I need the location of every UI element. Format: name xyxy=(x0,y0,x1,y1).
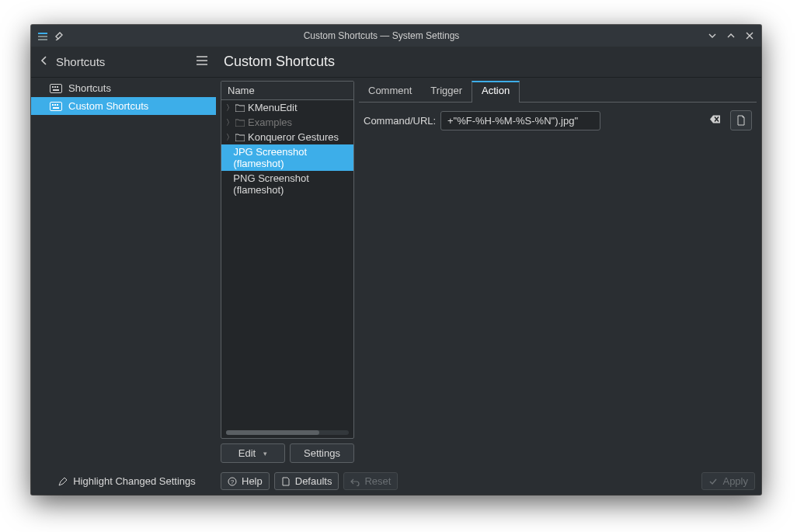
highlight-icon xyxy=(57,476,68,487)
button-label: Defaults xyxy=(295,475,332,487)
maximize-button[interactable] xyxy=(726,30,736,41)
defaults-button[interactable]: Defaults xyxy=(274,472,339,490)
tree-row-label: PNG Screenshot (flameshot) xyxy=(233,172,349,196)
undo-icon xyxy=(350,477,360,486)
browse-file-button[interactable] xyxy=(730,110,752,130)
tree-row-png-screenshot[interactable]: PNG Screenshot (flameshot) xyxy=(221,171,353,197)
edit-dropdown-button[interactable]: Edit ▾ xyxy=(221,443,285,463)
tab-trigger[interactable]: Trigger xyxy=(421,81,472,102)
back-button[interactable] xyxy=(39,55,50,68)
hamburger-menu-button[interactable] xyxy=(196,55,208,68)
settings-button[interactable]: Settings xyxy=(290,443,354,463)
tree-row-kmenuedit[interactable]: 〉 KMenuEdit xyxy=(221,100,353,115)
button-label: Help xyxy=(242,475,263,487)
svg-rect-5 xyxy=(54,86,56,88)
folder-icon xyxy=(235,134,245,141)
tree-row-label: Konqueror Gestures xyxy=(248,131,339,143)
tree-row-konqueror-gestures[interactable]: 〉 Konqueror Gestures xyxy=(221,130,353,144)
tree-row-examples[interactable]: 〉 Examples xyxy=(221,115,353,130)
detail-pane: Comment Trigger Action Command/URL: xyxy=(359,81,757,463)
chevron-right-icon[interactable]: 〉 xyxy=(226,132,232,143)
tree-row-label: KMenuEdit xyxy=(248,102,298,113)
close-button[interactable] xyxy=(744,30,755,41)
file-icon xyxy=(736,115,747,126)
header-bar: Shortcuts Custom Shortcuts xyxy=(31,47,761,78)
folder-icon xyxy=(235,104,245,112)
tree-column-header[interactable]: Name xyxy=(221,82,353,100)
command-url-input[interactable] xyxy=(440,111,600,130)
button-label: Highlight Changed Settings xyxy=(73,475,196,487)
tree-row-label: JPG Screenshot (flameshot) xyxy=(233,146,349,169)
keyboard-icon xyxy=(50,102,62,111)
tab-action[interactable]: Action xyxy=(472,81,520,103)
document-icon xyxy=(281,477,291,486)
help-icon: ? xyxy=(228,477,237,486)
apply-button: Apply xyxy=(701,472,755,490)
app-menu-icon[interactable] xyxy=(37,30,48,41)
svg-rect-10 xyxy=(54,104,56,106)
svg-rect-6 xyxy=(57,86,58,88)
tab-comment[interactable]: Comment xyxy=(359,81,421,102)
tab-bar: Comment Trigger Action xyxy=(359,81,757,103)
command-url-label: Command/URL: xyxy=(364,115,436,127)
window-title: Custom Shortcuts — System Settings xyxy=(64,30,699,41)
svg-rect-3 xyxy=(50,84,62,92)
app-window: Custom Shortcuts — System Settings Short… xyxy=(31,25,761,495)
sidebar-item-custom-shortcuts[interactable]: Custom Shortcuts xyxy=(31,97,216,115)
svg-rect-7 xyxy=(53,89,59,91)
tree-row-label: Examples xyxy=(248,116,292,128)
tree-row-jpg-screenshot[interactable]: JPG Screenshot (flameshot) xyxy=(221,144,353,171)
sidebar: Shortcuts Custom Shortcuts xyxy=(31,78,216,468)
breadcrumb[interactable]: Shortcuts xyxy=(56,55,105,68)
sidebar-item-shortcuts[interactable]: Shortcuts xyxy=(31,79,216,97)
button-label: Apply xyxy=(722,475,748,487)
horizontal-scrollbar[interactable] xyxy=(226,430,349,435)
chevron-right-icon[interactable]: 〉 xyxy=(226,117,232,128)
button-label: Settings xyxy=(304,447,340,459)
button-label: Edit xyxy=(238,447,256,459)
svg-rect-11 xyxy=(57,104,58,106)
pin-icon[interactable] xyxy=(54,31,64,40)
svg-rect-1 xyxy=(38,36,47,37)
help-button[interactable]: ? Help xyxy=(221,472,270,490)
svg-rect-8 xyxy=(50,102,62,110)
check-icon xyxy=(708,477,718,486)
clear-input-icon[interactable] xyxy=(710,115,721,127)
chevron-right-icon[interactable]: 〉 xyxy=(226,103,232,113)
keyboard-icon xyxy=(50,84,62,93)
folder-icon xyxy=(235,119,245,127)
sidebar-item-label: Custom Shortcuts xyxy=(68,100,148,112)
titlebar: Custom Shortcuts — System Settings xyxy=(31,25,761,47)
svg-rect-4 xyxy=(52,86,54,88)
minimize-button[interactable] xyxy=(707,30,718,41)
sidebar-item-label: Shortcuts xyxy=(68,82,111,94)
shortcut-tree[interactable]: Name 〉 KMenuEdit 〉 Examp xyxy=(221,81,354,439)
svg-rect-12 xyxy=(53,107,59,109)
svg-rect-0 xyxy=(38,33,47,34)
svg-text:?: ? xyxy=(231,478,235,485)
page-title: Custom Shortcuts xyxy=(216,54,761,70)
svg-rect-2 xyxy=(38,39,47,40)
highlight-changed-settings-button[interactable]: Highlight Changed Settings xyxy=(57,475,196,487)
reset-button: Reset xyxy=(343,472,398,490)
svg-rect-9 xyxy=(52,104,54,106)
chevron-down-icon: ▾ xyxy=(263,450,267,457)
button-label: Reset xyxy=(364,475,391,487)
footer-bar: Highlight Changed Settings ? Help Defaul… xyxy=(31,468,761,495)
